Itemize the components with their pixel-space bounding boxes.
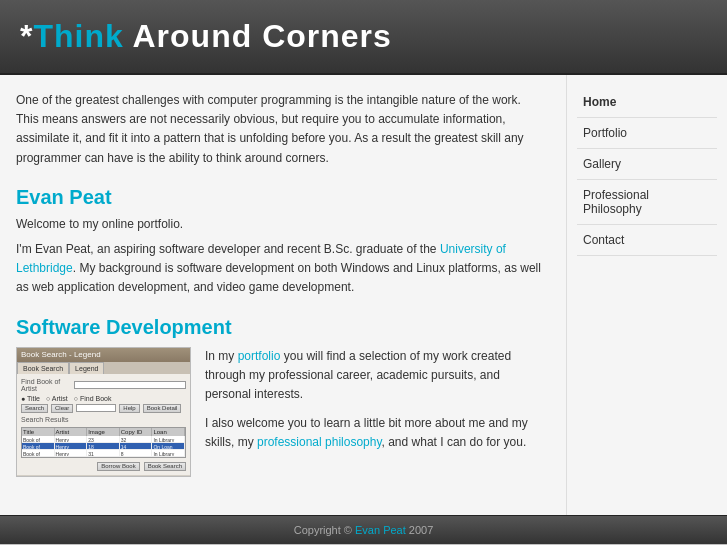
evan-section-title: Evan Peat [16, 186, 546, 209]
evan-section: Evan Peat Welcome to my online portfolio… [16, 186, 546, 298]
ss-table-row-1: Book of Artists 1 Henry Shannon 23 32 In… [22, 436, 185, 443]
main-content: One of the greatest challenges with comp… [0, 75, 567, 515]
intro-text: One of the greatest challenges with comp… [16, 91, 546, 168]
ss-th-1: Title [22, 428, 55, 436]
ss-tab-2: Legend [69, 362, 104, 374]
sidebar-item-philosophy[interactable]: Professional Philosophy [577, 180, 717, 225]
ss-table-row-2: Book of Artists 2 Henry Shannon 18 14 On… [22, 443, 185, 450]
ss-radio-row: ● Title ○ Artist ○ Find Book [21, 395, 186, 402]
ss-table: Title Artist Image Count Copy ID Loan St… [21, 427, 186, 458]
ss-body: Find Book of Artist ● Title ○ Artist ○ F… [17, 374, 190, 475]
ss-footer: Borrow Book Book Search [21, 462, 186, 471]
ss-clear-btn: Clear [51, 404, 73, 413]
sidebar-item-home[interactable]: Home [577, 87, 717, 118]
software-section-title: Software Development [16, 316, 546, 339]
evan-p2-after: . My background is software development … [16, 261, 541, 294]
evan-p2-before: I'm Evan Peat, an aspiring software deve… [16, 242, 440, 256]
sidebar-item-portfolio[interactable]: Portfolio [577, 118, 717, 149]
ss-row-1: Find Book of Artist [21, 378, 186, 392]
ss-results-label: Search Results [21, 416, 186, 423]
software-section: Software Development Book Search - Legen… [16, 316, 546, 477]
software-p1: In my portfolio you will find a selectio… [205, 347, 546, 405]
sidebar: Home Portfolio Gallery Professional Phil… [567, 75, 727, 515]
ss-th-4: Copy ID [120, 428, 153, 436]
sidebar-item-contact[interactable]: Contact [577, 225, 717, 256]
asterisk: * [20, 18, 33, 54]
ss-tab-1: Book Search [17, 362, 69, 374]
footer-text-after: 2007 [406, 524, 434, 536]
site-title: *Think Around Corners [20, 18, 707, 55]
header: *Think Around Corners [0, 0, 727, 75]
footer: Copyright © Evan Peat 2007 [0, 515, 727, 544]
ss-th-5: Loan Status [152, 428, 185, 436]
philosophy-link[interactable]: professional philosophy [257, 435, 382, 449]
ss-th-3: Image Count [87, 428, 120, 436]
footer-link[interactable]: Evan Peat [355, 524, 406, 536]
ss-search-btn: Search [21, 404, 48, 413]
ss-table-row-3: Book of Artists 3 Henry Shannon 31 8 In … [22, 450, 185, 457]
ss-th-2: Artist [55, 428, 88, 436]
ss-exit-btn: Book Detail [143, 404, 182, 413]
ss-radio-1: ● Title [21, 395, 40, 402]
software-p2-after: , and what I can do for you. [382, 435, 527, 449]
footer-text-before: Copyright © [294, 524, 355, 536]
ss-search2-btn: Book Search [144, 462, 186, 471]
software-inner: Book Search - Legend Book Search Legend … [16, 347, 546, 477]
software-p1-before: In my [205, 349, 238, 363]
content-area: One of the greatest challenges with comp… [0, 75, 727, 515]
screenshot-ui: Book Search - Legend Book Search Legend … [17, 348, 190, 476]
software-text: In my portfolio you will find a selectio… [205, 347, 546, 477]
evan-p2: I'm Evan Peat, an aspiring software deve… [16, 240, 546, 298]
title-rest: Around Corners [124, 18, 392, 54]
sidebar-item-gallery[interactable]: Gallery [577, 149, 717, 180]
ss-radio-2: ○ Artist [46, 395, 68, 402]
ss-table-header: Title Artist Image Count Copy ID Loan St… [22, 428, 185, 436]
ss-borrow-btn: Borrow Book [97, 462, 139, 471]
think-word: Think [33, 18, 123, 54]
ss-label-1: Find Book of Artist [21, 378, 71, 392]
ss-titlebar: Book Search - Legend [17, 348, 190, 362]
software-screenshot: Book Search - Legend Book Search Legend … [16, 347, 191, 477]
ss-help-btn: Help [119, 404, 139, 413]
ss-input-1 [74, 381, 186, 389]
ss-tabs: Book Search Legend [17, 362, 190, 374]
ss-row-2: Search Clear Help Book Detail [21, 404, 186, 413]
software-p2: I also welcome you to learn a little bit… [205, 414, 546, 452]
portfolio-link[interactable]: portfolio [238, 349, 281, 363]
ss-input-2 [76, 404, 116, 412]
evan-p1: Welcome to my online portfolio. [16, 215, 546, 234]
sidebar-nav: Home Portfolio Gallery Professional Phil… [577, 87, 717, 256]
ss-radio-3: ○ Find Book [74, 395, 112, 402]
ss-title-text: Book Search - Legend [21, 350, 101, 359]
